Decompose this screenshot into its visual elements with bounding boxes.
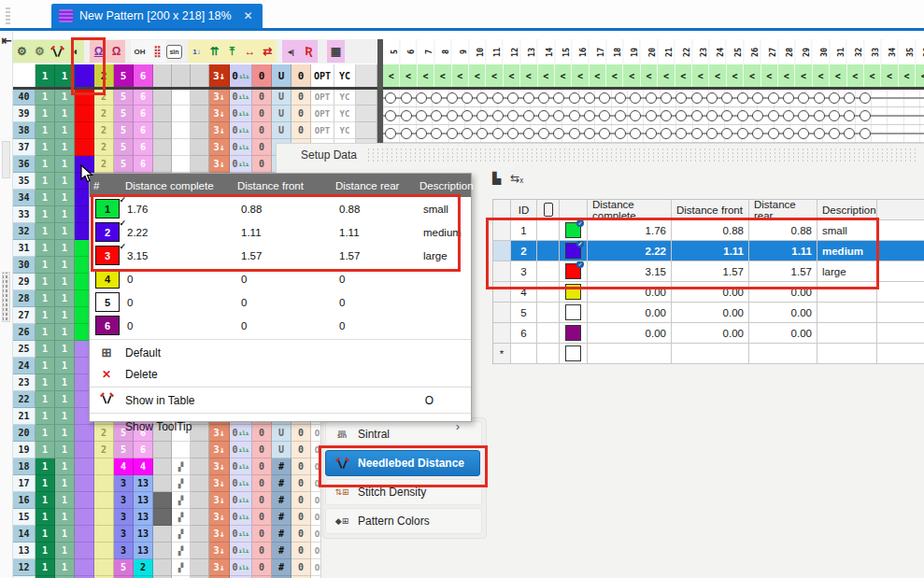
- grid-cell[interactable]: 3↓: [209, 509, 230, 526]
- stitch-symbol[interactable]: [569, 92, 580, 104]
- grid-cell[interactable]: 0ılı: [230, 106, 252, 122]
- grid-cell[interactable]: [94, 543, 114, 559]
- grid-cell[interactable]: [153, 106, 172, 122]
- grid-cell[interactable]: 3: [114, 475, 134, 492]
- grid-cell[interactable]: 2: [94, 156, 114, 173]
- stitch-symbol[interactable]: [401, 110, 412, 121]
- grid-cell[interactable]: 0: [291, 509, 311, 526]
- row-number[interactable]: 15: [13, 509, 36, 526]
- row-selector-cell[interactable]: [493, 303, 511, 323]
- color-swatch[interactable]: [565, 345, 581, 361]
- grid-cell[interactable]: 0: [291, 89, 311, 106]
- row-number[interactable]: 32: [13, 223, 36, 240]
- table-row[interactable]: 3✓3.151.571.57large: [493, 261, 924, 282]
- direction-arrow-cell[interactable]: <: [761, 64, 778, 87]
- grid-cell[interactable]: 1: [36, 442, 55, 458]
- grid-cell[interactable]: 0ılı: [230, 458, 252, 475]
- row-number[interactable]: 14: [13, 526, 36, 543]
- distance-front-cell[interactable]: 0.00: [672, 323, 749, 344]
- grid-cell[interactable]: 1: [36, 341, 55, 358]
- grid-cell[interactable]: 1: [55, 156, 75, 173]
- stitch-symbol[interactable]: [675, 92, 687, 104]
- grid-cell[interactable]: 13: [134, 509, 153, 526]
- stitch-rear-icon[interactable]: Ω: [107, 40, 125, 63]
- grid-cell[interactable]: 1: [36, 492, 55, 509]
- remove-entry-icon[interactable]: ⇆ₓ: [510, 172, 523, 185]
- grid-cell[interactable]: U: [272, 122, 291, 139]
- direction-arrow-cell[interactable]: <: [383, 64, 400, 87]
- distance-front-cell[interactable]: 0.00: [672, 282, 749, 303]
- stitch-symbol[interactable]: [584, 128, 595, 139]
- machine-cell[interactable]: [537, 220, 560, 241]
- swatch-cell[interactable]: ✓: [560, 220, 588, 241]
- grid-cell[interactable]: OPT: [311, 89, 334, 106]
- stitch-symbol[interactable]: [661, 128, 672, 139]
- stitch-symbol[interactable]: [829, 128, 840, 139]
- grid-cell[interactable]: 3↓: [209, 106, 230, 122]
- stitch-symbol[interactable]: [752, 92, 763, 104]
- stitch-symbol[interactable]: [476, 110, 488, 121]
- id-cell[interactable]: 3: [511, 261, 537, 282]
- id-cell[interactable]: [511, 344, 537, 364]
- color-swatch[interactable]: [565, 304, 581, 320]
- row-number[interactable]: 37: [13, 139, 36, 156]
- stitch-symbol[interactable]: [462, 92, 473, 104]
- distance-complete-cell[interactable]: 0.00: [588, 323, 672, 344]
- grid-cell[interactable]: 1: [36, 458, 55, 475]
- menu-color-row[interactable]: 2✓2.221.111.11medium: [90, 220, 471, 244]
- menu-color-row[interactable]: 4000: [90, 267, 471, 290]
- grid-cell[interactable]: 1: [55, 257, 75, 274]
- stitch-symbol[interactable]: [538, 110, 549, 121]
- stitch-symbol[interactable]: [691, 110, 703, 121]
- row-number[interactable]: 25: [13, 341, 36, 358]
- color-swatch[interactable]: [565, 284, 581, 300]
- grid-cell[interactable]: 1: [36, 156, 55, 173]
- row-number[interactable]: 12: [13, 559, 36, 576]
- grid-cell[interactable]: 1: [36, 173, 55, 190]
- distance-front-cell[interactable]: 1.57: [672, 261, 749, 282]
- direction-arrow-cell[interactable]: <: [641, 64, 658, 87]
- row-number[interactable]: 23: [13, 374, 36, 391]
- row-selector-cell[interactable]: [493, 323, 511, 344]
- grid-cell[interactable]: U: [272, 442, 291, 458]
- yarn-feeder-icon[interactable]: ◖: [66, 40, 84, 63]
- machine-icon-cell[interactable]: ▞: [172, 492, 191, 509]
- stitch-symbol[interactable]: [737, 110, 748, 121]
- table-row[interactable]: 2✓2.221.111.11medium: [493, 241, 924, 261]
- grid-cell[interactable]: 1: [55, 324, 75, 341]
- sintral-bubble-icon[interactable]: sin: [166, 45, 182, 59]
- row-number[interactable]: 24: [13, 358, 36, 374]
- menu-item-show-tooltip[interactable]: Show ToolTip›: [90, 416, 471, 437]
- stitch-symbol[interactable]: [844, 128, 855, 139]
- complete-column-header[interactable]: Distance complete: [588, 200, 672, 220]
- grid-cell[interactable]: 1: [55, 391, 75, 408]
- grid-cell[interactable]: 0: [252, 64, 272, 89]
- grid-cell[interactable]: 1: [55, 307, 75, 324]
- stitch-symbol[interactable]: [675, 128, 687, 139]
- id-cell[interactable]: 1: [511, 220, 537, 241]
- description-cell[interactable]: [817, 344, 877, 364]
- grid-cell[interactable]: 2: [94, 106, 114, 122]
- grid-cell[interactable]: 4: [134, 458, 153, 475]
- machine-icon-cell[interactable]: ▞: [172, 509, 191, 526]
- swatch-cell[interactable]: ✓: [560, 261, 588, 282]
- grid-cell[interactable]: 0: [291, 543, 311, 559]
- grid-cell[interactable]: 1: [36, 223, 55, 240]
- grid-cell[interactable]: [191, 89, 209, 106]
- stitch-symbol[interactable]: [507, 128, 519, 139]
- comb-icon[interactable]: ⣿: [149, 40, 166, 63]
- stitch-symbol[interactable]: [492, 128, 504, 139]
- stitch-symbol[interactable]: [447, 110, 458, 121]
- stitch-symbol[interactable]: [401, 128, 412, 139]
- grid-cell[interactable]: [172, 442, 191, 458]
- stitch-symbol[interactable]: [721, 92, 732, 104]
- column-settings-icon[interactable]: ▙: [492, 172, 501, 185]
- grid-cell[interactable]: 1: [55, 458, 75, 475]
- grid-cell[interactable]: 0ılı: [230, 89, 252, 106]
- distance-complete-cell[interactable]: 2.22: [588, 241, 672, 261]
- grid-cell[interactable]: [94, 475, 114, 492]
- grid-cell[interactable]: YC: [334, 89, 356, 106]
- view-filter-icon[interactable]: ▦: [327, 40, 345, 63]
- grid-cell[interactable]: [153, 442, 172, 458]
- stitch-symbol[interactable]: [523, 92, 534, 104]
